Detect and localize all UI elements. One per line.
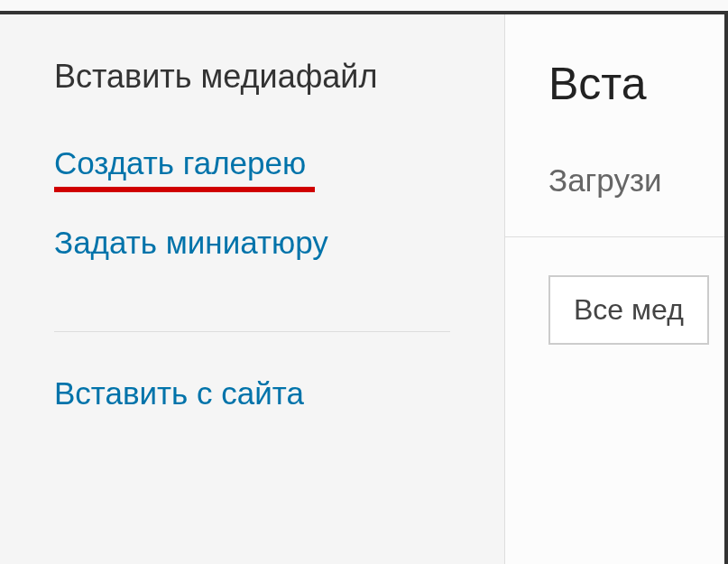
sidebar-item-set-thumbnail[interactable]: Задать миниатюру	[54, 225, 328, 261]
sidebar-item-label: Создать галерею	[54, 145, 306, 180]
main-heading: Вста	[548, 58, 724, 110]
filter-select-label: Все мед	[574, 293, 684, 326]
sidebar-item-create-gallery[interactable]: Создать галерею	[54, 145, 306, 181]
main-panel: Вста Загрузи Все мед	[505, 14, 724, 564]
sidebar-item-insert-from-url[interactable]: Вставить с сайта	[54, 375, 304, 411]
sidebar-item-label: Вставить с сайта	[54, 375, 304, 411]
sidebar-title: Вставить медиафайл	[54, 58, 450, 96]
media-modal: Вставить медиафайл Создать галерею Задат…	[0, 11, 728, 564]
media-filter-select[interactable]: Все мед	[548, 275, 709, 345]
main-divider	[505, 236, 724, 237]
sidebar-divider	[54, 331, 450, 332]
main-subheading: Загрузи	[548, 162, 724, 199]
sidebar: Вставить медиафайл Создать галерею Задат…	[0, 14, 505, 564]
sidebar-item-label: Задать миниатюру	[54, 225, 328, 260]
